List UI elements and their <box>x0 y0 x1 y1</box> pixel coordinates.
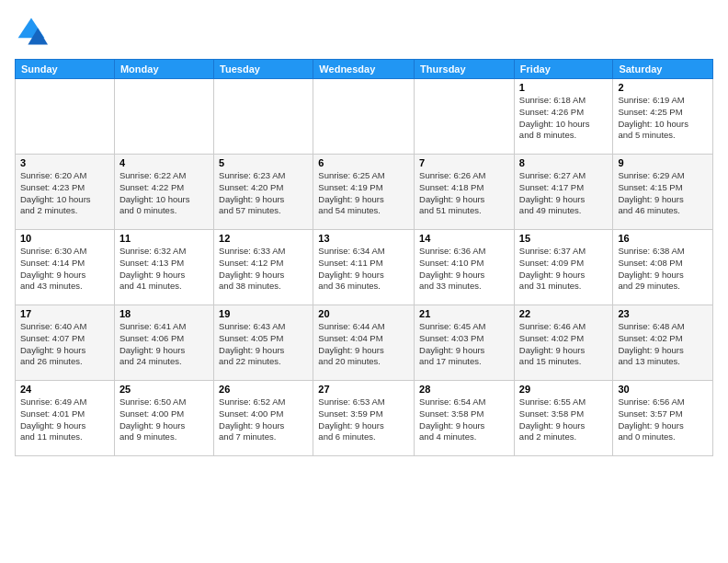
logo <box>15 15 51 48</box>
day-info: Sunrise: 6:33 AM Sunset: 4:12 PM Dayligh… <box>219 246 308 293</box>
day-number: 28 <box>419 384 509 395</box>
calendar-cell: 23Sunrise: 6:48 AM Sunset: 4:02 PM Dayli… <box>613 305 713 381</box>
day-info: Sunrise: 6:54 AM Sunset: 3:58 PM Dayligh… <box>419 396 509 443</box>
calendar-cell: 1Sunrise: 6:18 AM Sunset: 4:26 PM Daylig… <box>514 79 613 155</box>
day-number: 22 <box>519 308 609 319</box>
day-number: 25 <box>119 384 209 395</box>
calendar-cell <box>313 79 415 155</box>
day-info: Sunrise: 6:56 AM Sunset: 3:57 PM Dayligh… <box>618 396 708 443</box>
day-info: Sunrise: 6:34 AM Sunset: 4:11 PM Dayligh… <box>318 246 409 293</box>
calendar-cell: 11Sunrise: 6:32 AM Sunset: 4:13 PM Dayli… <box>114 230 213 305</box>
page-container: SundayMondayTuesdayWednesdayThursdayFrid… <box>0 0 728 464</box>
calendar-cell: 21Sunrise: 6:45 AM Sunset: 4:03 PM Dayli… <box>415 305 515 381</box>
day-number: 21 <box>419 308 509 319</box>
day-info: Sunrise: 6:30 AM Sunset: 4:14 PM Dayligh… <box>20 246 109 293</box>
calendar-week-4: 17Sunrise: 6:40 AM Sunset: 4:07 PM Dayli… <box>16 305 713 381</box>
day-number: 24 <box>20 384 109 395</box>
day-number: 6 <box>318 157 409 168</box>
calendar-cell: 27Sunrise: 6:53 AM Sunset: 3:59 PM Dayli… <box>313 381 415 456</box>
calendar-cell <box>114 79 213 155</box>
day-info: Sunrise: 6:44 AM Sunset: 4:04 PM Dayligh… <box>318 321 409 368</box>
calendar-week-1: 1Sunrise: 6:18 AM Sunset: 4:26 PM Daylig… <box>16 79 713 155</box>
day-info: Sunrise: 6:49 AM Sunset: 4:01 PM Dayligh… <box>20 396 109 443</box>
day-info: Sunrise: 6:41 AM Sunset: 4:06 PM Dayligh… <box>119 321 209 368</box>
calendar-cell <box>214 79 313 155</box>
calendar-cell: 16Sunrise: 6:38 AM Sunset: 4:08 PM Dayli… <box>613 230 713 305</box>
weekday-header-monday: Monday <box>114 60 213 79</box>
calendar-cell: 26Sunrise: 6:52 AM Sunset: 4:00 PM Dayli… <box>214 381 313 456</box>
calendar-cell: 15Sunrise: 6:37 AM Sunset: 4:09 PM Dayli… <box>514 230 613 305</box>
calendar-cell: 20Sunrise: 6:44 AM Sunset: 4:04 PM Dayli… <box>313 305 415 381</box>
day-number: 26 <box>219 384 308 395</box>
calendar-cell: 7Sunrise: 6:26 AM Sunset: 4:18 PM Daylig… <box>415 155 515 230</box>
day-number: 9 <box>618 157 708 168</box>
day-number: 15 <box>519 233 609 244</box>
calendar-cell: 3Sunrise: 6:20 AM Sunset: 4:23 PM Daylig… <box>16 155 115 230</box>
day-number: 10 <box>20 233 109 244</box>
day-info: Sunrise: 6:37 AM Sunset: 4:09 PM Dayligh… <box>519 246 609 293</box>
day-info: Sunrise: 6:26 AM Sunset: 4:18 PM Dayligh… <box>419 170 509 217</box>
day-number: 19 <box>219 308 308 319</box>
day-info: Sunrise: 6:22 AM Sunset: 4:22 PM Dayligh… <box>119 170 209 217</box>
day-number: 13 <box>318 233 409 244</box>
weekday-header-friday: Friday <box>514 60 613 79</box>
calendar-cell: 18Sunrise: 6:41 AM Sunset: 4:06 PM Dayli… <box>114 305 213 381</box>
calendar-week-2: 3Sunrise: 6:20 AM Sunset: 4:23 PM Daylig… <box>16 155 713 230</box>
calendar-cell: 9Sunrise: 6:29 AM Sunset: 4:15 PM Daylig… <box>613 155 713 230</box>
day-number: 29 <box>519 384 609 395</box>
day-number: 2 <box>618 82 708 93</box>
day-info: Sunrise: 6:20 AM Sunset: 4:23 PM Dayligh… <box>20 170 109 217</box>
calendar-week-3: 10Sunrise: 6:30 AM Sunset: 4:14 PM Dayli… <box>16 230 713 305</box>
day-number: 18 <box>119 308 209 319</box>
weekday-header-wednesday: Wednesday <box>313 60 415 79</box>
day-info: Sunrise: 6:32 AM Sunset: 4:13 PM Dayligh… <box>119 246 209 293</box>
day-number: 17 <box>20 308 109 319</box>
weekday-header-sunday: Sunday <box>16 60 115 79</box>
day-info: Sunrise: 6:48 AM Sunset: 4:02 PM Dayligh… <box>618 321 708 368</box>
day-info: Sunrise: 6:52 AM Sunset: 4:00 PM Dayligh… <box>219 396 308 443</box>
day-info: Sunrise: 6:36 AM Sunset: 4:10 PM Dayligh… <box>419 246 509 293</box>
calendar-cell: 4Sunrise: 6:22 AM Sunset: 4:22 PM Daylig… <box>114 155 213 230</box>
weekday-header-tuesday: Tuesday <box>214 60 313 79</box>
calendar-cell: 13Sunrise: 6:34 AM Sunset: 4:11 PM Dayli… <box>313 230 415 305</box>
day-number: 5 <box>219 157 308 168</box>
calendar-cell: 30Sunrise: 6:56 AM Sunset: 3:57 PM Dayli… <box>613 381 713 456</box>
day-info: Sunrise: 6:50 AM Sunset: 4:00 PM Dayligh… <box>119 396 209 443</box>
day-number: 4 <box>119 157 209 168</box>
day-info: Sunrise: 6:18 AM Sunset: 4:26 PM Dayligh… <box>519 95 609 142</box>
header <box>15 15 713 48</box>
day-info: Sunrise: 6:45 AM Sunset: 4:03 PM Dayligh… <box>419 321 509 368</box>
day-number: 8 <box>519 157 609 168</box>
calendar-week-5: 24Sunrise: 6:49 AM Sunset: 4:01 PM Dayli… <box>16 381 713 456</box>
calendar-cell: 19Sunrise: 6:43 AM Sunset: 4:05 PM Dayli… <box>214 305 313 381</box>
day-info: Sunrise: 6:40 AM Sunset: 4:07 PM Dayligh… <box>20 321 109 368</box>
calendar-cell: 10Sunrise: 6:30 AM Sunset: 4:14 PM Dayli… <box>16 230 115 305</box>
day-info: Sunrise: 6:38 AM Sunset: 4:08 PM Dayligh… <box>618 246 708 293</box>
day-info: Sunrise: 6:43 AM Sunset: 4:05 PM Dayligh… <box>219 321 308 368</box>
calendar-cell: 29Sunrise: 6:55 AM Sunset: 3:58 PM Dayli… <box>514 381 613 456</box>
calendar-cell <box>415 79 515 155</box>
logo-icon <box>15 15 48 48</box>
day-info: Sunrise: 6:53 AM Sunset: 3:59 PM Dayligh… <box>318 396 409 443</box>
day-info: Sunrise: 6:25 AM Sunset: 4:19 PM Dayligh… <box>318 170 409 217</box>
day-number: 7 <box>419 157 509 168</box>
day-number: 27 <box>318 384 409 395</box>
day-number: 14 <box>419 233 509 244</box>
day-number: 1 <box>519 82 609 93</box>
weekday-header-saturday: Saturday <box>613 60 713 79</box>
calendar-cell: 17Sunrise: 6:40 AM Sunset: 4:07 PM Dayli… <box>16 305 115 381</box>
calendar-cell: 8Sunrise: 6:27 AM Sunset: 4:17 PM Daylig… <box>514 155 613 230</box>
day-info: Sunrise: 6:27 AM Sunset: 4:17 PM Dayligh… <box>519 170 609 217</box>
calendar-cell: 2Sunrise: 6:19 AM Sunset: 4:25 PM Daylig… <box>613 79 713 155</box>
calendar-cell: 5Sunrise: 6:23 AM Sunset: 4:20 PM Daylig… <box>214 155 313 230</box>
calendar-table: SundayMondayTuesdayWednesdayThursdayFrid… <box>15 59 713 456</box>
day-info: Sunrise: 6:19 AM Sunset: 4:25 PM Dayligh… <box>618 95 708 142</box>
calendar-cell: 12Sunrise: 6:33 AM Sunset: 4:12 PM Dayli… <box>214 230 313 305</box>
day-number: 12 <box>219 233 308 244</box>
calendar-cell: 25Sunrise: 6:50 AM Sunset: 4:00 PM Dayli… <box>114 381 213 456</box>
day-info: Sunrise: 6:46 AM Sunset: 4:02 PM Dayligh… <box>519 321 609 368</box>
day-number: 30 <box>618 384 708 395</box>
calendar-cell: 28Sunrise: 6:54 AM Sunset: 3:58 PM Dayli… <box>415 381 515 456</box>
calendar-cell: 6Sunrise: 6:25 AM Sunset: 4:19 PM Daylig… <box>313 155 415 230</box>
day-number: 3 <box>20 157 109 168</box>
